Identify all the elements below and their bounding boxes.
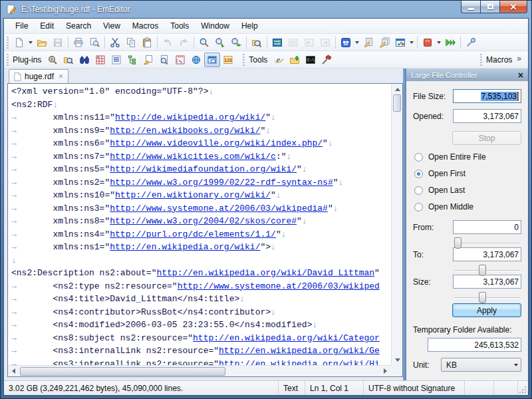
scroll-left-button[interactable] xyxy=(8,366,19,376)
to-slider-thumb[interactable] xyxy=(479,265,486,276)
vertical-scrollbar[interactable] xyxy=(391,84,402,365)
toolbar-overflow-chevron[interactable]: » xyxy=(515,54,527,66)
print-preview-button[interactable] xyxy=(86,35,102,50)
horizontal-scroll-track[interactable] xyxy=(19,367,380,376)
print-button[interactable] xyxy=(70,35,86,50)
from-slider-thumb[interactable] xyxy=(454,237,462,249)
record-macro-button[interactable] xyxy=(338,35,354,50)
panel-close-icon[interactable]: × xyxy=(518,70,523,80)
url-text[interactable]: http://www.systemone.at/2006/03/wikiped xyxy=(178,281,380,291)
maximize-button[interactable] xyxy=(480,1,499,13)
menu-search[interactable]: Search xyxy=(60,19,97,33)
vertical-scroll-track[interactable] xyxy=(392,112,402,354)
binoculars-button[interactable] xyxy=(76,53,92,67)
macros-toolbar-grip[interactable] xyxy=(480,54,482,66)
run-all-macros-button[interactable] xyxy=(442,35,458,50)
popup-window-button[interactable] xyxy=(204,53,220,67)
find-button[interactable] xyxy=(196,35,212,50)
cut-button[interactable] xyxy=(107,35,123,50)
stop-macro-button[interactable] xyxy=(420,35,436,50)
char-grid-button[interactable] xyxy=(92,53,108,67)
radio-open-first[interactable]: Open First xyxy=(414,169,521,178)
url-text[interactable]: http://en.wikibooks.org/wiki/ xyxy=(110,126,260,136)
menu-tools[interactable]: Tools xyxy=(164,19,195,33)
status-encoding-indicator[interactable]: UTF-8 without Signature xyxy=(364,381,465,395)
ruler-grid-button[interactable] xyxy=(172,53,188,67)
open-folder-button[interactable] xyxy=(34,35,50,50)
status-mode-indicator[interactable]: Text xyxy=(279,381,305,395)
size-field[interactable]: 3,173,067 xyxy=(453,275,521,289)
panel-header[interactable]: Large File Controller × xyxy=(406,68,528,81)
tab-close-icon[interactable]: × xyxy=(59,72,63,80)
number-pad-button[interactable]: 123 xyxy=(220,53,236,67)
menu-window[interactable]: Window xyxy=(195,19,235,33)
url-text[interactable]: http://wikimediafoundation.org/wiki/ xyxy=(110,164,297,174)
page-zoom-button[interactable] xyxy=(156,53,172,67)
run-macro-multiple-button[interactable] xyxy=(376,35,392,50)
url-text[interactable]: http://en.wikipedia.org/wiki/Hi xyxy=(219,359,380,366)
plugins-toolbar-grip[interactable] xyxy=(7,54,9,66)
from-field[interactable]: 0 xyxy=(453,220,521,234)
menu-edit[interactable]: Edit xyxy=(34,19,60,33)
menu-help[interactable]: Help xyxy=(235,19,264,33)
from-slider[interactable] xyxy=(454,237,520,243)
stop-macro-dropdown[interactable] xyxy=(436,35,442,50)
horizontal-scroll-thumb[interactable] xyxy=(20,367,225,376)
run-macro-button[interactable] xyxy=(360,35,376,50)
close-button[interactable]: ✕ xyxy=(499,1,527,13)
title-bar[interactable]: E:\Test\big\huge.rdf - EmEditor ✕ xyxy=(3,1,529,18)
command-prompt-button[interactable]: C:\ xyxy=(303,53,319,67)
record-macro-dropdown[interactable] xyxy=(354,35,360,50)
menu-file[interactable]: File xyxy=(9,19,34,33)
scroll-down-button[interactable] xyxy=(392,354,403,365)
menu-view[interactable]: View xyxy=(97,19,126,33)
compare-button[interactable] xyxy=(269,35,285,50)
url-text[interactable]: http://www.videoville.org/wiki/index.php… xyxy=(110,138,323,148)
radio-open-middle[interactable]: Open Middle xyxy=(414,202,521,211)
url-text[interactable]: http://www.w3.org/2004/02/skos/core# xyxy=(110,216,297,226)
folder-search-button[interactable] xyxy=(61,53,76,67)
size-slider-thumb[interactable] xyxy=(479,292,486,303)
macro-options-dropdown[interactable] xyxy=(408,35,415,50)
scroll-up-button[interactable] xyxy=(392,84,403,94)
editor-text-area[interactable]: <?xml version="1.0" encoding="UTF-8"?>↓<… xyxy=(8,84,391,365)
url-text[interactable]: http://www.w3.org/1999/02/22-rdf-syntax-… xyxy=(110,178,332,188)
new-file-dropdown[interactable] xyxy=(27,35,34,50)
paste-button[interactable] xyxy=(139,35,155,50)
char-search-button[interactable] xyxy=(45,53,61,67)
to-slider[interactable] xyxy=(454,264,520,270)
to-field[interactable]: 3,173,067 xyxy=(453,247,521,261)
radio-open-last[interactable]: Open Last xyxy=(414,186,521,195)
url-text[interactable]: http://en.wiktionary.org/wiki/ xyxy=(115,190,271,200)
unit-dropdown[interactable]: KB xyxy=(441,358,521,372)
folder-up-button[interactable] xyxy=(287,53,303,67)
resize-grip[interactable] xyxy=(518,381,528,395)
copy-button[interactable] xyxy=(123,35,139,50)
tab-huge-rdf[interactable]: huge.rdf × xyxy=(9,69,68,83)
web-browser-button[interactable] xyxy=(188,53,204,67)
url-text[interactable]: http://en.wikipedia.org/wiki/ xyxy=(110,242,260,252)
url-text[interactable]: http://www.wikicities.com/wiki/c xyxy=(110,152,276,162)
menu-macros[interactable]: Macros xyxy=(126,19,164,33)
find-in-files-button[interactable] xyxy=(249,35,265,50)
status-cursor-position[interactable]: Ln 1, Col 1 xyxy=(305,381,364,395)
snippet-button[interactable] xyxy=(140,53,156,67)
new-file-button[interactable] xyxy=(11,35,27,50)
url-text[interactable]: http://en.wikipedia.org/wiki/Categor xyxy=(193,333,380,343)
url-text[interactable]: http://de.wikipedia.org/wiki/ xyxy=(115,112,265,122)
minimize-button[interactable] xyxy=(461,1,480,13)
radio-open-entire-file[interactable]: Open Entire File xyxy=(414,152,521,162)
opened-field[interactable]: 3,173,067 xyxy=(453,109,521,123)
macro-options-button[interactable] xyxy=(392,35,408,50)
outline-tree-button[interactable] xyxy=(124,53,140,67)
scroll-right-button[interactable] xyxy=(380,366,391,376)
url-text[interactable]: http://www.systemone.at/2006/03/wikipedi… xyxy=(110,203,328,213)
toolbar-grip[interactable] xyxy=(7,37,9,49)
replace-button[interactable] xyxy=(228,35,244,50)
text-lines-button[interactable] xyxy=(108,53,124,67)
horizontal-scrollbar[interactable] xyxy=(8,365,391,376)
url-text[interactable]: http://en.wikipedia.org/wiki/Ge xyxy=(219,346,380,356)
hammer-button[interactable] xyxy=(319,53,334,67)
size-slider[interactable] xyxy=(454,291,520,297)
pin-button[interactable] xyxy=(463,35,479,50)
